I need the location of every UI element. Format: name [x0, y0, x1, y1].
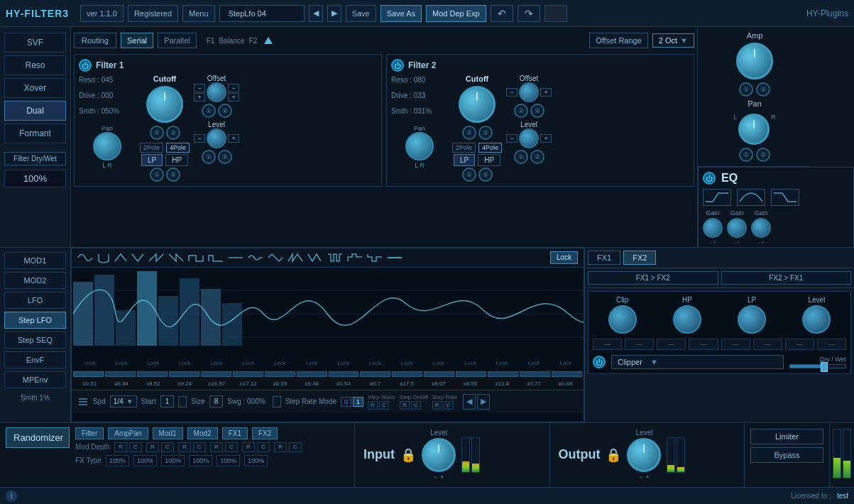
- filter2-level-plus[interactable]: +: [540, 134, 552, 143]
- fx2-fx1-route[interactable]: FX2 > FX1: [721, 271, 852, 285]
- input-lock-icon[interactable]: 🔒: [400, 447, 416, 463]
- rand-pct-2[interactable]: 100%: [133, 455, 157, 466]
- rand-pct-1[interactable]: 100%: [106, 455, 129, 466]
- filter2-level-mod2[interactable]: ②: [530, 150, 544, 164]
- filter1-lp[interactable]: LP: [141, 154, 163, 166]
- envf-button[interactable]: EnvF: [4, 351, 66, 368]
- fx1-tab[interactable]: FX1: [588, 251, 620, 265]
- step-progress-1[interactable]: [73, 371, 104, 377]
- rand-c-filter[interactable]: C: [129, 442, 142, 452]
- randomizer-button[interactable]: Randomizer: [6, 427, 70, 448]
- mpenv-button[interactable]: MPEnv: [4, 371, 66, 388]
- wave-s3[interactable]: [268, 251, 283, 264]
- save-as-button[interactable]: Save As: [381, 5, 422, 22]
- lock-button[interactable]: Lock: [550, 251, 578, 264]
- soo-r[interactable]: R: [400, 401, 410, 410]
- filter2-4pole[interactable]: 4Pole: [478, 143, 502, 153]
- filter2-level-minus[interactable]: −: [506, 134, 518, 143]
- rand-mod2[interactable]: Mod2: [187, 427, 218, 439]
- filter2-level-knob[interactable]: [519, 128, 539, 148]
- wave-s2[interactable]: [248, 251, 263, 264]
- output-lock-icon[interactable]: 🔒: [606, 447, 621, 463]
- filter1-offset-plus2[interactable]: +: [228, 93, 239, 102]
- rand-r-mod2[interactable]: R: [210, 442, 223, 452]
- clip-knob[interactable]: [608, 305, 637, 334]
- filter2-power[interactable]: ⏻: [391, 59, 404, 72]
- oct-selector[interactable]: 2 Oct ▼: [652, 33, 694, 48]
- wave-s5[interactable]: [307, 251, 323, 264]
- filter1-4pole[interactable]: 4Pole: [166, 143, 190, 153]
- filter-type-formant[interactable]: Formant: [4, 124, 66, 143]
- eq-gain3-knob[interactable]: [751, 218, 771, 238]
- filter2-offset-plus[interactable]: +: [540, 88, 552, 97]
- filter1-mod2[interactable]: ②: [166, 126, 180, 140]
- version-button[interactable]: ver 1.1.0: [80, 5, 124, 22]
- wave-tri-up[interactable]: [114, 251, 127, 264]
- rand-c-mod2[interactable]: C: [225, 442, 238, 452]
- rand-c-mod1[interactable]: C: [193, 442, 206, 452]
- wave-s6[interactable]: [327, 251, 343, 264]
- filter2-level-mod1[interactable]: ①: [514, 150, 528, 164]
- parallel-button[interactable]: Parallel: [158, 33, 197, 48]
- rand-c-amppan[interactable]: C: [161, 442, 174, 452]
- nav-left[interactable]: ◀: [463, 394, 476, 410]
- filter1-hp[interactable]: HP: [165, 154, 188, 166]
- wave-rsaw[interactable]: [168, 251, 184, 264]
- pan-mod2[interactable]: ②: [756, 148, 770, 162]
- filter2-offset-mod2[interactable]: ②: [530, 104, 544, 118]
- registered-button[interactable]: Registered: [128, 5, 178, 22]
- filter1-offset-plus[interactable]: +: [194, 93, 205, 102]
- eq-gain2-knob[interactable]: [727, 218, 747, 238]
- sr-r[interactable]: R: [432, 401, 442, 410]
- level-knob[interactable]: [802, 305, 831, 334]
- filter-type-reso[interactable]: Reso: [4, 55, 66, 75]
- start-value[interactable]: 1: [160, 395, 175, 407]
- filter2-mod2[interactable]: ②: [478, 126, 493, 140]
- filter-type-dual[interactable]: Dual: [4, 101, 66, 121]
- filter1-offset-mod1[interactable]: ①: [202, 104, 216, 118]
- filter1-pan-knob[interactable]: [93, 132, 121, 160]
- start-toggle2[interactable]: [273, 396, 281, 407]
- eq-gain1-knob[interactable]: [703, 218, 723, 238]
- filter2-lp[interactable]: LP: [454, 154, 475, 166]
- rand-filter[interactable]: Filter: [75, 427, 104, 439]
- undo-button[interactable]: ↶: [491, 5, 513, 22]
- clipper-select[interactable]: Clipper ▼: [611, 355, 784, 369]
- rand-amppan[interactable]: AmpPan: [108, 427, 148, 439]
- rand-r-fx1[interactable]: R: [242, 442, 255, 452]
- hamburger-icon[interactable]: [77, 396, 89, 407]
- start-toggle[interactable]: [178, 396, 187, 407]
- rand-r-mod1[interactable]: R: [178, 442, 191, 452]
- save-button[interactable]: Save: [346, 5, 376, 22]
- wave-u[interactable]: [97, 251, 110, 264]
- wave-sin[interactable]: [77, 251, 93, 264]
- drywet-slider[interactable]: [789, 364, 846, 368]
- wave-sq[interactable]: [188, 251, 204, 264]
- rand-c-fx2[interactable]: C: [289, 442, 302, 452]
- filter1-2pole[interactable]: 2Pole: [140, 143, 163, 153]
- filter2-hp[interactable]: HP: [478, 154, 500, 166]
- rand-pct-5[interactable]: 100%: [217, 455, 240, 466]
- amp-mod2[interactable]: ②: [756, 82, 770, 97]
- redo-button[interactable]: ↷: [518, 5, 540, 22]
- offset-range-button[interactable]: Offset Range: [589, 33, 648, 48]
- filter1-offset-mod2[interactable]: ②: [218, 104, 232, 118]
- eq-shape-highpass[interactable]: [703, 189, 731, 206]
- lfo-button[interactable]: LFO: [4, 292, 66, 309]
- filter1-offset-minus[interactable]: −: [194, 84, 205, 92]
- rand-c-fx1[interactable]: C: [257, 442, 270, 452]
- step-lfo-button[interactable]: Step LFO: [4, 312, 66, 329]
- eq-shape-bell[interactable]: [737, 189, 765, 206]
- amp-knob[interactable]: [736, 43, 773, 80]
- filter2-2pole[interactable]: 2Pole: [452, 143, 476, 153]
- filter-type-svf[interactable]: SVF: [4, 33, 66, 53]
- wave-step2[interactable]: [367, 251, 383, 264]
- filter-type-xover[interactable]: Xover: [4, 78, 66, 98]
- filter1-level-minus[interactable]: −: [194, 134, 205, 143]
- soo-c[interactable]: C: [411, 401, 421, 410]
- filter1-cutoff-knob[interactable]: [146, 86, 183, 123]
- spd-select[interactable]: 1/4 ▼: [110, 395, 137, 407]
- wave-tri-down[interactable]: [131, 251, 144, 264]
- amp-pan-knob[interactable]: [738, 114, 770, 145]
- filter1-level-mod1[interactable]: ①: [202, 150, 216, 164]
